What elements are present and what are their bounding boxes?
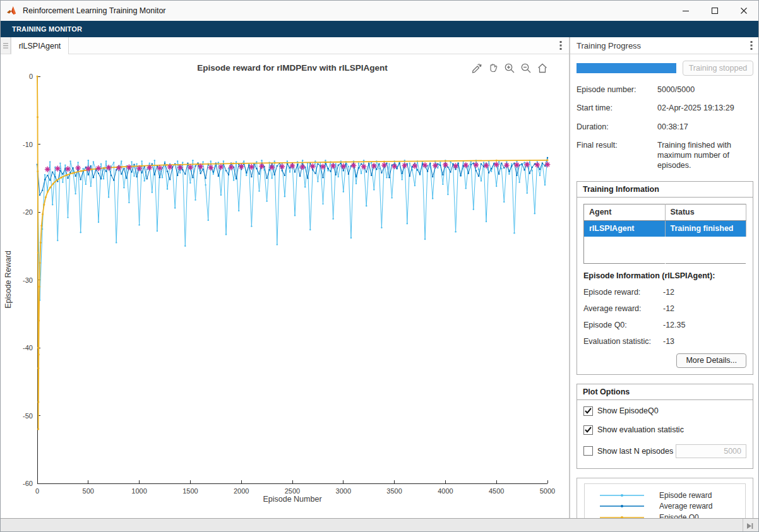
matlab-logo-icon: [6, 6, 18, 16]
kebab-menu-icon: [559, 41, 562, 50]
svg-text:2000: 2000: [234, 487, 249, 495]
agent-cell: rlLSPIAgent: [584, 220, 666, 237]
home-icon: [537, 62, 548, 74]
check-icon: [585, 427, 592, 433]
zoom-in-icon: [504, 62, 515, 74]
average-reward-value: -12: [663, 304, 746, 313]
legend-item-average-reward: Average reward: [585, 502, 745, 511]
svg-text:5000: 5000: [540, 487, 555, 495]
document-tab-bar: rlLSPIAgent: [1, 37, 569, 54]
svg-text:-50: -50: [23, 412, 33, 420]
evaluation-statistic-value: -13: [663, 337, 746, 346]
close-button[interactable]: [729, 1, 758, 21]
show-evaluation-statistic-checkbox[interactable]: [583, 425, 593, 435]
expand-panel-button[interactable]: [744, 521, 755, 531]
episode-information-title: Episode Information (rlLSPIAgent):: [583, 271, 746, 280]
final-result-label: Final result:: [577, 140, 657, 171]
legend-item-episode-reward: Episode reward: [585, 491, 745, 500]
figure-area: 0500100015002000250030003500400045005000…: [1, 54, 569, 518]
duration-value: 00:38:17: [657, 122, 753, 132]
close-icon: [740, 7, 748, 15]
maximize-icon: [711, 7, 719, 15]
skip-forward-icon: [746, 523, 753, 529]
panel-title: Training Progress: [570, 41, 743, 50]
kebab-menu-icon: [750, 41, 753, 50]
status-bar: [1, 518, 758, 532]
svg-text:1000: 1000: [131, 487, 146, 495]
episode-reward-label: Episode reward:: [583, 288, 663, 297]
axes-toolbar: [470, 62, 549, 74]
training-progress-bar: [577, 63, 676, 73]
zoom-out-button[interactable]: [520, 62, 532, 74]
duration-label: Duration:: [577, 122, 657, 132]
start-time-label: Start time:: [577, 103, 657, 113]
export-icon: [471, 62, 482, 74]
document-bar-grip[interactable]: [1, 37, 11, 54]
training-progress-header: Training Progress: [570, 37, 759, 54]
svg-text:3000: 3000: [336, 487, 351, 495]
table-empty-row: [584, 237, 746, 263]
average-reward-label: Average reward:: [583, 304, 663, 313]
tab-training-monitor[interactable]: TRAINING MONITOR: [1, 21, 93, 37]
last-n-episodes-input: [676, 444, 746, 458]
agents-table-header-status: Status: [665, 204, 746, 220]
app-window: Reinforcement Learning Training Monitor …: [0, 0, 759, 532]
episode-q0-value: -12.35: [663, 321, 746, 329]
line-dot-icon: [599, 492, 645, 499]
svg-text:2500: 2500: [285, 487, 300, 495]
show-evaluation-statistic-label: Show evaluation statistic: [597, 425, 684, 434]
document-actions-button[interactable]: [553, 37, 569, 54]
episode-number-label: Episode number:: [577, 85, 657, 95]
pan-hand-icon: [487, 62, 499, 74]
svg-text:-30: -30: [23, 276, 33, 284]
svg-text:-20: -20: [23, 208, 33, 216]
grip-icon: [3, 43, 8, 49]
episode-number-value: 5000/5000: [657, 85, 753, 95]
svg-text:4000: 4000: [438, 487, 453, 495]
table-row[interactable]: rlLSPIAgent Training finished: [584, 220, 746, 237]
panel-actions-button[interactable]: [743, 41, 759, 50]
maximize-button[interactable]: [700, 1, 729, 21]
svg-text:4500: 4500: [489, 487, 504, 495]
restore-view-button[interactable]: [536, 62, 549, 74]
status-cell: Training finished: [665, 220, 746, 237]
show-episodeq0-checkbox[interactable]: [583, 406, 593, 416]
agents-table: Agent Status rlLSPIAgent Training finish…: [583, 204, 746, 264]
svg-text:-10: -10: [23, 141, 33, 148]
svg-text:1500: 1500: [182, 487, 198, 495]
episode-q0-label: Episode Q0:: [583, 321, 663, 329]
training-progress-panel: Training stopped Episode number:5000/500…: [570, 54, 759, 518]
export-button[interactable]: [470, 62, 483, 74]
pan-button[interactable]: [487, 62, 499, 74]
training-information-group: Training Information Agent Status rlLSPI…: [577, 181, 753, 375]
toolstrip: TRAINING MONITOR: [1, 21, 758, 37]
document-tab-rllspiagent[interactable]: rlLSPIAgent: [11, 37, 69, 54]
svg-text:3500: 3500: [386, 487, 402, 495]
more-details-button[interactable]: More Details...: [676, 353, 746, 368]
title-bar: Reinforcement Learning Training Monitor: [1, 1, 758, 21]
reward-chart[interactable]: 0500100015002000250030003500400045005000…: [1, 54, 569, 518]
check-icon: [585, 408, 592, 414]
start-time-value: 02-Apr-2025 19:13:29: [657, 103, 753, 113]
show-last-n-episodes-label: Show last N episodes: [597, 447, 673, 456]
evaluation-statistic-label: Evaluation statistic:: [583, 337, 663, 346]
minimize-button[interactable]: [671, 1, 700, 21]
y-axis-label: Episode Reward: [4, 179, 13, 381]
training-information-title: Training Information: [577, 182, 753, 198]
svg-text:0: 0: [35, 487, 39, 495]
zoom-in-button[interactable]: [503, 62, 516, 74]
progress-fill: [577, 63, 676, 73]
svg-text:500: 500: [83, 487, 94, 495]
line-dot-icon: [599, 503, 645, 509]
svg-text:0: 0: [29, 73, 33, 80]
show-episodeq0-label: Show EpisodeQ0: [597, 406, 659, 415]
final-result-value: Training finished with maximum number of…: [657, 140, 753, 171]
zoom-out-icon: [520, 62, 532, 74]
svg-text:-60: -60: [23, 480, 33, 487]
show-last-n-episodes-checkbox[interactable]: [583, 446, 593, 456]
x-axis-label: Episode Number: [37, 495, 547, 504]
plot-options-title: Plot Options: [577, 384, 753, 400]
svg-text:-40: -40: [23, 344, 33, 352]
minimize-icon: [682, 7, 690, 15]
episode-reward-value: -12: [663, 288, 746, 297]
